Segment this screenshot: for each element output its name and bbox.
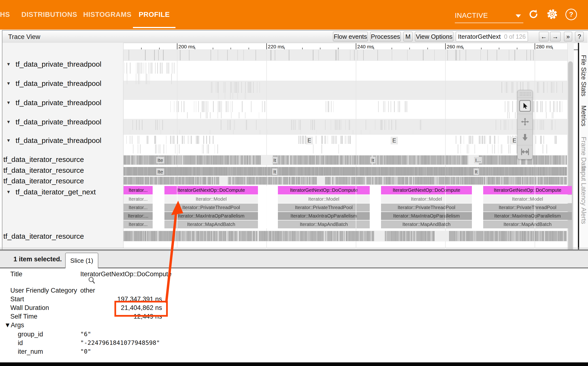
- magnifier-icon[interactable]: [88, 276, 96, 285]
- track-label-tf-data-private-threadpool[interactable]: ▼tf_data_private_threadpool: [6, 137, 102, 145]
- pan-icon: [521, 117, 529, 126]
- arg-key-id: id: [18, 339, 23, 347]
- wall-duration-highlight-box: [114, 301, 168, 317]
- selection-status: 1 item selected.: [14, 256, 62, 263]
- search-prev-button[interactable]: ←: [539, 32, 549, 41]
- toolbar-button-flow-events[interactable]: Flow events: [333, 32, 368, 41]
- slice-iterator-model-4[interactable]: Iterator::Model: [483, 195, 572, 203]
- triangle-down-icon[interactable]: ▼: [6, 119, 11, 125]
- arg-key-group-id: group_id: [18, 331, 43, 338]
- event-label-chip: It: [272, 157, 277, 163]
- arg-value-group-id: "6": [80, 331, 91, 338]
- track-label-tf-data-iterator-resource[interactable]: tf_data_iterator_resource: [3, 177, 84, 185]
- slice-iteratorgetnextop-docompute-3[interactable]: IteratorGetNextOp::DoCompute: [381, 186, 472, 194]
- track-label-tf-data-iterator-resource[interactable]: tf_data_iterator_resource: [3, 166, 84, 175]
- track-label-tf-data-private-threadpool[interactable]: ▼tf_data_private_threadpool: [6, 79, 102, 88]
- tab-slice[interactable]: Slice (1): [65, 253, 98, 268]
- slice-iterator-privatethreadpool-1[interactable]: Iterator::PrivateThreadPool: [164, 204, 258, 212]
- slice-iterator-privatethreadpool-3[interactable]: Iterator::PrivateThreadPool: [381, 204, 472, 212]
- sidebar-tab-frame-data[interactable]: Frame Data: [580, 137, 587, 171]
- slice-iteratorgetnextop-docompute-1[interactable]: IteratorGetNextOp::DoCompute: [164, 186, 258, 194]
- event-label-chip: Ite: [156, 157, 164, 163]
- run-selector-underline: [455, 23, 523, 23]
- event-marker-e[interactable]: E: [511, 137, 518, 144]
- event-label-chip: It: [474, 168, 479, 175]
- sidebar-tab-alerts[interactable]: Alerts: [580, 207, 587, 224]
- slice-iteratorgetnextop-docompute-4[interactable]: IteratorGetNextOp::DoCompute: [483, 186, 572, 194]
- toolbar-button-view-options[interactable]: View Options: [415, 32, 453, 41]
- toolbar-button-processes[interactable]: Processes: [370, 32, 401, 41]
- event-label-chip: It: [272, 168, 277, 175]
- palette-drag-handle[interactable]: [520, 92, 530, 96]
- slice-iterator-maxintraopparallelism-4[interactable]: Iterator::MaxIntraOpParallelism: [483, 212, 572, 220]
- slice-gridline: [445, 186, 446, 228]
- slice-gridline: [266, 186, 267, 228]
- help-icon[interactable]: ?: [566, 9, 577, 20]
- run-selector[interactable]: INACTIVE: [455, 12, 488, 20]
- track-label-tf-data-private-threadpool[interactable]: ▼tf_data_private_threadpool: [6, 99, 102, 107]
- header-tab-distributions[interactable]: DISTRIBUTIONS: [21, 11, 77, 19]
- search-next-button[interactable]: →: [550, 32, 561, 41]
- slice-gridline: [177, 186, 177, 228]
- field-value-title: IteratorGetNextOp::DoCompute: [80, 270, 249, 278]
- select-tool-active-box: [519, 100, 531, 112]
- slice-iterator-0[interactable]: Iterator...: [124, 186, 153, 194]
- track-label-tf-data-iterator-get-next[interactable]: ▼tf_data_iterator_get_next: [6, 188, 96, 196]
- trace-help-button[interactable]: ?: [575, 32, 584, 41]
- track-label-tf-data-iterator-resource[interactable]: tf_data_iterator_resource: [3, 155, 84, 164]
- triangle-down-icon[interactable]: ▼: [6, 189, 11, 195]
- header-tab-hs[interactable]: HS: [0, 11, 10, 19]
- pan-tool-button[interactable]: [518, 114, 532, 130]
- chevron-down-icon[interactable]: [516, 15, 521, 18]
- event-marker-e[interactable]: E: [391, 137, 398, 144]
- search-input[interactable]: IteratorGetNext 0 of 126: [456, 32, 528, 41]
- more-button[interactable]: »: [564, 32, 572, 41]
- refresh-icon[interactable]: [528, 9, 539, 20]
- slice-iterator-mapandbatch-3[interactable]: Iterator::MapAndBatch: [381, 221, 472, 228]
- timing-tool-button[interactable]: [518, 145, 532, 158]
- event-label-chip: I...: [474, 157, 482, 163]
- mouse-mode-palette[interactable]: [517, 90, 533, 159]
- slice-iterator-maxintraopparallelism-3[interactable]: Iterator::MaxIntraOpParallelism: [381, 212, 472, 220]
- slice-iterator-model-1[interactable]: Iterator::Model: [164, 195, 258, 203]
- args-expander[interactable]: ▼Args: [4, 321, 24, 329]
- arg-value-id: "-2247961841077948598": [80, 339, 160, 346]
- slice-iterator-mapandbatch-4[interactable]: Iterator::MapAndBatch: [483, 221, 572, 228]
- slice-iterator-0[interactable]: Iterator...: [124, 195, 153, 203]
- track-label-tf-data-private-threadpool[interactable]: ▼tf_data_private_threadpool: [6, 118, 102, 126]
- sidebar-tab-metrics[interactable]: Metrics: [580, 105, 587, 126]
- event-marker-e[interactable]: E: [306, 137, 313, 144]
- slice-iterator-privatethreadpool-4[interactable]: Iterator::PrivateThreadPool: [483, 204, 572, 212]
- toolbar-button-m[interactable]: M: [403, 32, 412, 41]
- cursor-arrow-icon: [522, 102, 529, 109]
- gear-icon[interactable]: [546, 8, 558, 20]
- triangle-down-icon[interactable]: ▼: [6, 61, 11, 67]
- field-label-title: Title: [10, 270, 22, 278]
- slice-iterator-maxintraopparallelism-1[interactable]: Iterator::MaxIntraOpParallelism: [164, 212, 258, 220]
- search-value: IteratorGetNext: [458, 33, 501, 40]
- slice-iterator-model-3[interactable]: Iterator::Model: [381, 195, 472, 203]
- field-label-self-time: Self Time: [10, 313, 37, 320]
- slice-iterator-0[interactable]: Iterator...: [124, 204, 153, 212]
- triangle-down-icon[interactable]: ▼: [6, 81, 11, 86]
- slice-iterator-0[interactable]: Iterator:...: [124, 212, 153, 220]
- zoom-tool-button[interactable]: [518, 130, 532, 145]
- track-label-tf-data-private-threadpool[interactable]: ▼tf_data_private_threadpool: [6, 60, 102, 68]
- sidebar-tab-input-latency[interactable]: Input Latency: [580, 167, 587, 206]
- search-result-count: 0 of 126: [504, 33, 526, 40]
- bottom-black-bar: [0, 362, 588, 366]
- args-label: Args: [11, 321, 24, 329]
- header-tab-profile[interactable]: PROFILE: [139, 11, 170, 19]
- slice-iterator-0[interactable]: Iterator...: [124, 221, 153, 228]
- triangle-down-icon[interactable]: ▼: [6, 100, 11, 105]
- triangle-down-icon[interactable]: ▼: [6, 138, 11, 143]
- header-tab-histograms[interactable]: HISTOGRAMS: [83, 11, 132, 19]
- zoom-arrow-icon: [521, 133, 529, 142]
- slice-iterator-mapandbatch-1[interactable]: Iterator::MapAndBatch: [164, 221, 258, 228]
- track-label-tf-data-iterator-resource[interactable]: tf_data_iterator_resource: [3, 232, 84, 240]
- field-label-user-friendly-category: User Friendly Category: [10, 287, 77, 294]
- panel-title: Trace View: [8, 33, 40, 41]
- select-tool-button[interactable]: [518, 98, 532, 114]
- sidebar-tab-file-size-stats[interactable]: File Size Stats: [580, 55, 587, 97]
- slice-gridline: [535, 186, 535, 228]
